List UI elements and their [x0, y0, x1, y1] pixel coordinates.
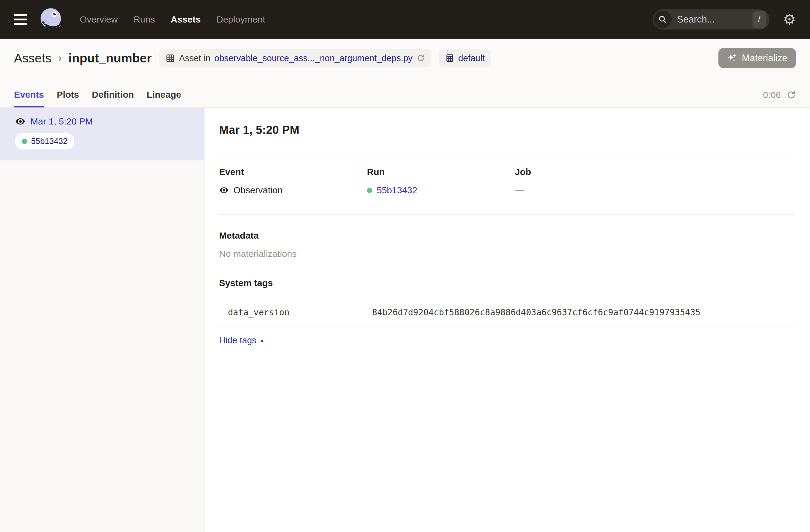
nav-item-runs[interactable]: Runs: [133, 14, 155, 25]
event-date-link[interactable]: Mar 1, 5:20 PM: [30, 116, 93, 127]
tab-definition[interactable]: Definition: [92, 90, 134, 108]
metadata-heading: Metadata: [219, 230, 795, 241]
breadcrumb-assets-link[interactable]: Assets: [14, 51, 51, 65]
run-status-dot: [367, 188, 372, 193]
event-title: Mar 1, 5:20 PM: [219, 124, 795, 136]
repository-name[interactable]: default: [458, 53, 485, 63]
breadcrumb-asset-name: input_number: [68, 51, 151, 65]
refresh-icon[interactable]: [786, 90, 796, 100]
repository-pill: default: [439, 49, 491, 67]
tag-key-cell: data_version: [220, 298, 364, 326]
system-tags-heading: System tags: [219, 278, 795, 288]
event-run-badge[interactable]: 55b13432: [15, 133, 74, 149]
caret-up-icon: ▲: [260, 338, 265, 344]
tab-events[interactable]: Events: [14, 90, 44, 108]
observation-eye-icon: [219, 186, 229, 195]
tab-plots[interactable]: Plots: [56, 90, 79, 108]
settings-gear-icon[interactable]: ⚙: [783, 12, 796, 27]
divider: [219, 214, 795, 214]
tab-lineage[interactable]: Lineage: [147, 90, 181, 108]
asset-definition-pill: Asset in observable_source_ass..._non_ar…: [159, 49, 431, 67]
asset-table-icon: [165, 53, 175, 63]
event-list-item[interactable]: Mar 1, 5:20 PM 55b13432: [0, 108, 204, 160]
primary-nav: Overview Runs Assets Deployment: [80, 14, 265, 25]
asset-tabs: Events Plots Definition Lineage: [14, 90, 181, 108]
asset-header: Assets › input_number Asset in observabl…: [0, 39, 810, 77]
nav-item-overview[interactable]: Overview: [80, 14, 118, 25]
breadcrumb: Assets › input_number: [14, 51, 151, 65]
navbar-right: / ⚙: [653, 10, 796, 30]
run-column: Run 55b13432: [367, 167, 515, 195]
event-type-text: Observation: [233, 185, 283, 195]
top-navbar: Overview Runs Assets Deployment / ⚙: [0, 0, 810, 39]
event-type-value: Observation: [219, 185, 367, 195]
dagster-logo-icon[interactable]: [37, 6, 64, 33]
search-icon: [654, 11, 671, 28]
event-run-id: 55b13432: [31, 136, 67, 146]
event-detail-panel: Mar 1, 5:20 PM Event Observation Run: [205, 108, 810, 532]
search-shortcut-key: /: [752, 11, 766, 28]
chevron-right-icon: ›: [58, 52, 62, 65]
run-column-label: Run: [367, 167, 515, 177]
nav-item-deployment[interactable]: Deployment: [216, 14, 265, 25]
materialize-button[interactable]: Materialize: [718, 48, 796, 68]
event-column: Event Observation: [219, 167, 367, 195]
run-status-dot: [22, 139, 27, 144]
metadata-empty-text: No materializations: [219, 249, 795, 259]
global-search[interactable]: /: [653, 10, 770, 30]
run-id-link[interactable]: 55b13432: [377, 185, 417, 195]
sparkle-icon: [727, 53, 737, 63]
asset-definition-file-link[interactable]: observable_source_ass..._non_argument_de…: [214, 53, 412, 63]
system-tags-table: data_version 84b26d7d9204cbf588026c8a988…: [219, 298, 795, 327]
repository-icon: [445, 53, 454, 63]
hide-tags-link[interactable]: Hide tags ▲: [219, 335, 264, 345]
event-summary-columns: Event Observation Run 55b13432: [219, 167, 795, 195]
materialize-label: Materialize: [742, 53, 788, 64]
divider: [219, 153, 795, 154]
job-column: Job —: [515, 167, 795, 195]
event-column-label: Event: [219, 167, 367, 177]
asset-tabs-bar: Events Plots Definition Lineage 0:06: [0, 77, 810, 108]
reload-definition-icon[interactable]: [417, 54, 425, 62]
refresh-timer-area: 0:06: [763, 90, 796, 108]
tag-value-cell: 84b26d7d9204cbf588026c8a9886d403a6c9637c…: [364, 298, 795, 326]
refresh-countdown: 0:06: [763, 90, 781, 100]
job-column-label: Job: [515, 167, 795, 177]
job-value: —: [515, 185, 795, 195]
nav-item-assets[interactable]: Assets: [171, 14, 200, 25]
search-input[interactable]: [677, 14, 752, 25]
hamburger-menu-icon[interactable]: [14, 14, 27, 25]
content-area: Mar 1, 5:20 PM 55b13432 Mar 1, 5:20 PM E…: [0, 108, 810, 532]
hide-tags-label: Hide tags: [219, 335, 257, 345]
asset-in-label: Asset in: [179, 53, 210, 63]
dagster-asset-page: Overview Runs Assets Deployment / ⚙ Asse…: [0, 0, 810, 532]
event-list-sidebar: Mar 1, 5:20 PM 55b13432: [0, 108, 205, 532]
observation-eye-icon: [15, 116, 26, 127]
